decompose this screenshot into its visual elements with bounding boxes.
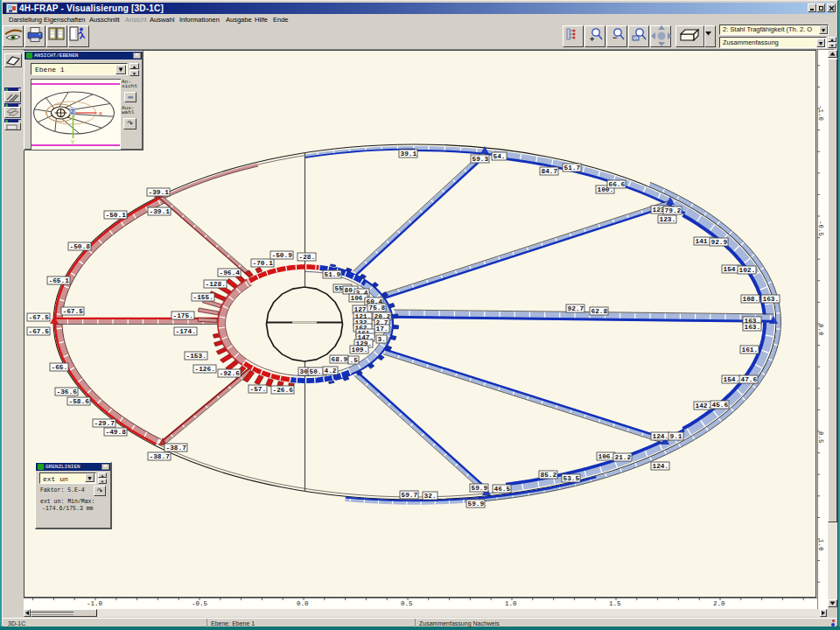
svg-text:53.5: 53.5	[564, 475, 580, 482]
svg-text:161.: 161.	[742, 346, 759, 354]
svg-text:124.: 124.	[653, 463, 669, 470]
svg-text:59.9: 59.9	[472, 485, 488, 492]
svg-text:92.9: 92.9	[711, 239, 728, 246]
svg-text:163.: 163.	[745, 324, 761, 331]
svg-text:106.: 106.	[598, 453, 615, 460]
svg-text:-49.8: -49.8	[106, 429, 127, 436]
svg-text:102.: 102.	[739, 267, 756, 274]
svg-text:75.8: 75.8	[369, 304, 386, 312]
svg-text:-65.1: -65.1	[49, 277, 70, 284]
svg-text:124.: 124.	[653, 433, 669, 440]
svg-text:-58.6: -58.6	[69, 398, 90, 405]
svg-text:+: +	[590, 35, 594, 44]
svg-text:-67.5: -67.5	[29, 314, 50, 321]
svg-text:-50.8: -50.8	[70, 243, 91, 250]
svg-text:3.: 3.	[378, 336, 386, 343]
svg-text:-65.: -65.	[52, 364, 68, 371]
svg-text:59.9: 59.9	[468, 500, 485, 508]
svg-text:-126.: -126.	[195, 366, 215, 373]
svg-text:.5: .5	[350, 357, 359, 364]
svg-text:Z: Z	[71, 108, 75, 116]
svg-text:47.6: 47.6	[741, 376, 758, 383]
svg-text:-128.: -128.	[206, 281, 226, 288]
svg-text:-96.4: -96.4	[220, 270, 241, 276]
svg-text:51.9: 51.9	[325, 271, 341, 278]
svg-text:32.: 32.	[424, 493, 437, 500]
svg-text:-36.6: -36.6	[57, 388, 78, 396]
svg-text:-175.: -175.	[173, 312, 193, 319]
svg-text:46.5: 46.5	[494, 486, 511, 493]
svg-text:123.: 123.	[660, 216, 676, 223]
svg-text:30: 30	[300, 368, 309, 375]
svg-text:-29.7: -29.7	[94, 420, 116, 427]
svg-text:-50.1: -50.1	[106, 212, 127, 219]
svg-text:108.: 108.	[743, 296, 760, 303]
svg-text:-57.: -57.	[250, 386, 267, 393]
svg-text:163.: 163.	[763, 296, 780, 303]
svg-text:142.: 142.	[696, 402, 712, 410]
svg-text:154.: 154.	[724, 266, 740, 273]
svg-text:79.2: 79.2	[665, 207, 682, 214]
svg-text:-67.5: -67.5	[63, 308, 84, 315]
svg-text:-70.1: -70.1	[253, 260, 274, 267]
svg-text:141.: 141.	[696, 238, 712, 245]
svg-text:−: −	[612, 33, 617, 42]
svg-text:-39.1: -39.1	[150, 208, 171, 215]
svg-text:-26.6: -26.6	[273, 387, 294, 394]
svg-text:-92.6: -92.6	[220, 370, 241, 377]
svg-text:-38.7: -38.7	[166, 444, 187, 452]
svg-text:85.2: 85.2	[541, 472, 557, 479]
svg-text:9.1: 9.1	[670, 433, 682, 440]
svg-text:-39.1: -39.1	[149, 189, 170, 196]
svg-text:-38.7: -38.7	[150, 453, 171, 460]
svg-text:-155.: -155.	[193, 294, 214, 301]
svg-text:4.2: 4.2	[325, 368, 337, 374]
svg-text:45.6: 45.6	[712, 402, 729, 409]
svg-text:x: x	[99, 109, 103, 117]
svg-text:84.7: 84.7	[542, 168, 558, 175]
svg-text:154.: 154.	[724, 376, 740, 383]
svg-text:51.7: 51.7	[564, 164, 581, 172]
svg-text:59.3: 59.3	[472, 156, 489, 163]
svg-text:92.7: 92.7	[568, 305, 584, 312]
svg-text:-153.: -153.	[186, 353, 206, 360]
svg-text:21.2: 21.2	[615, 454, 632, 461]
svg-text:109.: 109.	[352, 346, 368, 354]
svg-text:17.: 17.	[376, 326, 388, 332]
svg-text:62.8: 62.8	[592, 308, 608, 315]
svg-text:68.9: 68.9	[332, 356, 348, 363]
svg-text:59.7: 59.7	[402, 492, 418, 499]
svg-text:54.: 54.	[494, 153, 506, 160]
svg-text:-174.: -174.	[176, 328, 196, 335]
svg-text:-67.5: -67.5	[29, 328, 50, 335]
svg-text:66.6: 66.6	[609, 181, 626, 188]
svg-text:Y: Y	[71, 138, 75, 146]
svg-text:-50.9: -50.9	[272, 252, 293, 259]
svg-text:-28.: -28.	[299, 254, 316, 261]
svg-text:106.: 106.	[351, 295, 368, 302]
svg-text:39.1: 39.1	[401, 150, 417, 158]
